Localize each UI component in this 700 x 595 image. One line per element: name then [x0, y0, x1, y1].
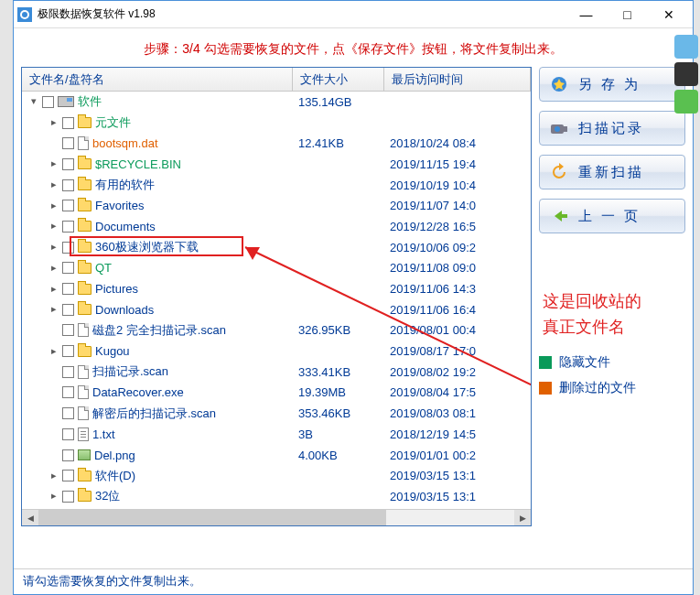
- checkbox[interactable]: [62, 470, 74, 481]
- expand-icon[interactable]: [48, 365, 60, 378]
- horizontal-scrollbar[interactable]: ◀ ▶: [22, 509, 531, 525]
- expand-icon[interactable]: [48, 324, 60, 337]
- file-icon: [78, 449, 91, 460]
- maximize-button[interactable]: □: [607, 2, 648, 27]
- titlebar[interactable]: 极限数据恢复软件 v1.98 — □ ✕: [14, 1, 693, 28]
- tree-row[interactable]: ▾软件135.14GB: [22, 92, 531, 113]
- dock-icon-1[interactable]: [674, 35, 698, 59]
- tree-row[interactable]: ▸QT2019/11/08 09:0: [22, 258, 531, 279]
- expand-icon[interactable]: ▸: [48, 178, 60, 191]
- close-button[interactable]: ✕: [648, 2, 689, 27]
- expand-icon[interactable]: [48, 407, 60, 420]
- expand-icon[interactable]: ▸: [48, 241, 60, 254]
- scroll-thumb[interactable]: [38, 510, 386, 525]
- tree-row[interactable]: DataRecover.exe19.39MB2019/08/04 17:5: [22, 383, 531, 404]
- checkbox[interactable]: [62, 345, 74, 357]
- tree-row[interactable]: bootsqm.dat12.41KB2018/10/24 08:4: [22, 133, 531, 154]
- item-time: 2019/08/04 17:5: [384, 385, 531, 399]
- tree-row[interactable]: ▸$RECYCLE.BIN2019/11/15 19:4: [22, 154, 531, 175]
- checkbox[interactable]: [62, 137, 74, 149]
- drive-icon: [58, 96, 74, 107]
- tree-row[interactable]: ▸元文件: [22, 113, 531, 134]
- checkbox[interactable]: [62, 221, 74, 233]
- tree-row[interactable]: ▸Pictures2019/11/06 14:3: [22, 278, 531, 299]
- folder-icon: [78, 263, 92, 274]
- expand-icon[interactable]: ▸: [48, 200, 60, 212]
- expand-icon[interactable]: [48, 137, 60, 150]
- checkbox[interactable]: [62, 407, 74, 419]
- tree-row[interactable]: ▸Favorites2019/11/07 14:0: [22, 195, 531, 216]
- scroll-right-icon[interactable]: ▶: [514, 510, 531, 525]
- expand-icon[interactable]: [48, 386, 60, 399]
- expand-icon[interactable]: ▸: [48, 303, 60, 316]
- header-size[interactable]: 文件大小: [293, 68, 384, 91]
- checkbox[interactable]: [62, 428, 74, 440]
- tree-row[interactable]: 扫描记录.scan333.41KB2019/08/02 19:2: [22, 362, 531, 383]
- item-size: 135.14GB: [293, 95, 384, 109]
- item-time: 2019/10/06 09:2: [384, 241, 531, 254]
- tree-row[interactable]: ▸32位2019/03/15 13:1: [22, 486, 531, 507]
- dock-icon-3[interactable]: [674, 90, 698, 114]
- tree-row[interactable]: ▸360极速浏览器下载2019/10/06 09:2: [22, 237, 531, 258]
- expand-icon[interactable]: ▸: [48, 116, 60, 129]
- checkbox[interactable]: [62, 386, 74, 398]
- scan-log-button[interactable]: 扫描记录: [539, 111, 685, 146]
- tree-row[interactable]: ▸Kugou2019/08/17 17:0: [22, 341, 531, 362]
- tree-rows: ▾软件135.14GB▸元文件bootsqm.dat12.41KB2018/10…: [22, 92, 531, 507]
- expand-icon[interactable]: ▸: [48, 220, 60, 233]
- checkbox[interactable]: [62, 324, 74, 336]
- checkbox[interactable]: [62, 304, 74, 316]
- item-name: Del.png: [94, 449, 135, 462]
- tree-row[interactable]: ▸Downloads2019/11/06 16:4: [22, 299, 531, 320]
- folder-icon: [78, 200, 92, 211]
- tree-row[interactable]: 1.txt3B2018/12/19 14:5: [22, 424, 531, 445]
- refresh-icon: [549, 163, 569, 181]
- expand-icon[interactable]: [48, 427, 60, 440]
- checkbox[interactable]: [62, 242, 74, 254]
- checkbox[interactable]: [62, 262, 74, 274]
- rescan-button[interactable]: 重新扫描: [539, 155, 685, 189]
- checkbox[interactable]: [62, 158, 74, 170]
- tree-row[interactable]: 解密后的扫描记录.scan353.46KB2019/08/03 08:1: [22, 403, 531, 424]
- dock-icon-2[interactable]: [674, 62, 698, 86]
- expand-icon[interactable]: ▾: [27, 95, 40, 108]
- save-as-button[interactable]: 另 存 为: [539, 67, 685, 102]
- header-name[interactable]: 文件名/盘符名: [22, 68, 293, 91]
- tree-row[interactable]: Del.png4.00KB2019/01/01 00:2: [22, 445, 531, 466]
- checkbox[interactable]: [62, 491, 74, 503]
- folder-icon: [78, 284, 92, 295]
- item-time: 2019/03/15 13:1: [384, 490, 531, 503]
- arrow-left-icon: [549, 207, 569, 225]
- checkbox[interactable]: [62, 200, 74, 211]
- tree-row[interactable]: ▸有用的软件2019/10/19 10:4: [22, 175, 531, 196]
- checkbox[interactable]: [62, 366, 74, 378]
- checkbox[interactable]: [62, 117, 74, 129]
- item-time: 2019/08/17 17:0: [384, 344, 531, 358]
- tree-row[interactable]: 磁盘2 完全扫描记录.scan326.95KB2019/08/01 00:4: [22, 320, 531, 341]
- minimize-button[interactable]: —: [565, 2, 607, 27]
- expand-icon[interactable]: [48, 449, 60, 461]
- checkbox[interactable]: [62, 179, 74, 191]
- tree-row[interactable]: ▸软件(D)2019/03/15 13:1: [22, 465, 531, 486]
- back-button[interactable]: 上 一 页: [539, 199, 685, 233]
- legend: 隐藏文件 删除过的文件: [539, 354, 687, 396]
- annotation-text: 这是回收站的 真正文件名: [539, 288, 687, 340]
- expand-icon[interactable]: ▸: [48, 157, 60, 170]
- expand-icon[interactable]: ▸: [48, 345, 60, 358]
- checkbox[interactable]: [42, 96, 54, 108]
- swatch-hidden: [539, 356, 552, 369]
- expand-icon[interactable]: ▸: [48, 262, 60, 275]
- expand-icon[interactable]: ▸: [48, 470, 60, 482]
- checkbox[interactable]: [62, 449, 74, 461]
- window-buttons: — □ ✕: [565, 2, 689, 27]
- step-instruction: 步骤：3/4 勾选需要恢复的文件，点《保存文件》按钮，将文件复制出来。: [14, 28, 693, 67]
- checkbox[interactable]: [62, 283, 74, 295]
- item-time: 2019/11/07 14:0: [384, 199, 531, 212]
- tree-row[interactable]: ▸Documents2019/12/28 16:5: [22, 216, 531, 237]
- expand-icon[interactable]: ▸: [48, 283, 60, 296]
- item-time: 2019/11/06 14:3: [384, 282, 531, 296]
- expand-icon[interactable]: ▸: [48, 490, 60, 503]
- folder-icon: [78, 304, 92, 315]
- scroll-left-icon[interactable]: ◀: [22, 510, 38, 525]
- header-time[interactable]: 最后访问时间: [384, 68, 531, 91]
